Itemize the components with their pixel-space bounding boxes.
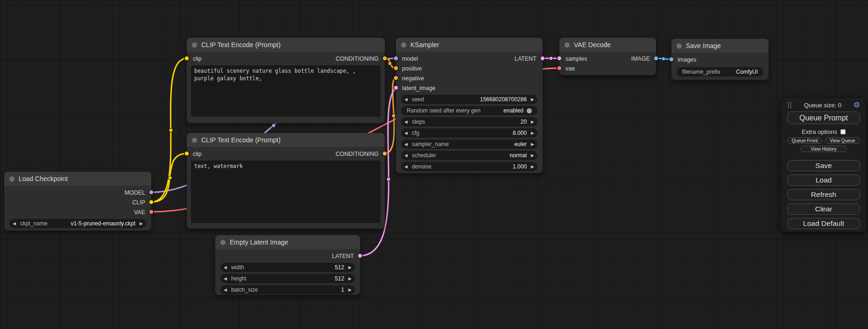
node-clip-text-encode-negative[interactable]: CLIP Text Encode (Prompt) clip CONDITION… <box>187 133 385 229</box>
node-title-bar[interactable]: VAE Decode <box>559 38 656 52</box>
node-title-bar[interactable]: CLIP Text Encode (Prompt) <box>187 133 385 147</box>
collapse-dot[interactable] <box>677 43 682 49</box>
widget-label: cfg <box>412 130 419 136</box>
collapse-dot[interactable] <box>192 42 197 48</box>
slot-row: latent_image <box>396 83 543 93</box>
increment-arrow-icon[interactable]: ▶ <box>531 165 534 169</box>
input-label-positive: positive <box>402 65 422 72</box>
node-title-bar[interactable]: Save Image <box>671 39 769 53</box>
widget-value: v1-5-pruned-emaonly.ckpt <box>71 220 136 227</box>
node-title: VAE Decode <box>574 41 611 49</box>
output-label-conditioning: CONDITIONING <box>336 151 379 157</box>
gear-icon[interactable]: ⚙ <box>854 101 860 109</box>
extra-options-checkbox[interactable] <box>840 129 846 134</box>
extra-options-label: Extra options <box>802 128 837 135</box>
collapse-dot[interactable] <box>401 42 406 48</box>
increment-arrow-icon[interactable]: ▶ <box>140 222 143 226</box>
slot-row: positive <box>396 63 543 73</box>
filename-prefix-widget[interactable]: filename_prefix ComfyUI <box>677 67 763 77</box>
widget-label: width <box>231 264 244 271</box>
output-row-vae: VAE <box>4 207 151 217</box>
load-button[interactable]: Load <box>787 175 860 186</box>
queue-front-button[interactable]: Queue Front <box>787 137 822 144</box>
batch-size-widget[interactable]: ◀ batch_size 1 ▶ <box>220 285 355 294</box>
node-title: CLIP Text Encode (Prompt) <box>201 136 281 144</box>
decrement-arrow-icon[interactable]: ◀ <box>224 277 227 281</box>
increment-arrow-icon[interactable]: ▶ <box>531 154 534 158</box>
node-title-bar[interactable]: CLIP Text Encode (Prompt) <box>187 38 385 52</box>
scheduler-widget[interactable]: ◀ scheduler normal ▶ <box>401 151 537 160</box>
widget-value: euler <box>514 141 527 147</box>
output-row-model: MODEL <box>4 188 151 197</box>
view-queue-button[interactable]: View Queue <box>825 137 860 144</box>
decrement-arrow-icon[interactable]: ◀ <box>224 266 227 270</box>
decrement-arrow-icon[interactable]: ◀ <box>13 222 16 226</box>
refresh-button[interactable]: Refresh <box>787 189 860 200</box>
decrement-arrow-icon[interactable]: ◀ <box>404 165 408 169</box>
height-widget[interactable]: ◀ height 512 ▶ <box>220 274 355 283</box>
node-load-checkpoint[interactable]: Load Checkpoint MODEL CLIP VAE ◀ ckpt_na… <box>4 172 151 231</box>
denoise-widget[interactable]: ◀ denoise 1.000 ▶ <box>401 162 537 171</box>
widget-label: sampler_name <box>412 141 449 147</box>
decrement-arrow-icon[interactable]: ◀ <box>404 142 408 147</box>
view-history-button[interactable]: View History <box>800 146 847 152</box>
node-save-image[interactable]: Save Image images filename_prefix ComfyU… <box>671 39 769 80</box>
clear-button[interactable]: Clear <box>787 203 860 215</box>
node-empty-latent-image[interactable]: Empty Latent Image LATENT ◀ width 512 ▶ … <box>215 235 360 295</box>
node-title: KSampler <box>410 41 439 49</box>
widget-label: height <box>231 275 247 282</box>
save-button[interactable]: Save <box>787 160 860 171</box>
steps-widget[interactable]: ◀ steps 20 ▶ <box>401 117 537 126</box>
collapse-dot[interactable] <box>220 240 226 245</box>
increment-arrow-icon[interactable]: ▶ <box>531 120 534 124</box>
decrement-arrow-icon[interactable]: ◀ <box>404 120 408 124</box>
decrement-arrow-icon[interactable]: ◀ <box>404 98 408 102</box>
collapse-dot[interactable] <box>9 176 14 182</box>
toggle-label: Random seed after every gen <box>407 107 480 114</box>
ckpt-name-widget[interactable]: ◀ ckpt_name v1-5-pruned-emaonly.ckpt ▶ <box>9 219 146 228</box>
decrement-arrow-icon[interactable]: ◀ <box>224 288 227 292</box>
slot-row: images <box>671 55 769 64</box>
increment-arrow-icon[interactable]: ▶ <box>348 266 352 270</box>
increment-arrow-icon[interactable]: ▶ <box>531 142 534 147</box>
input-label-latent-image: latent_image <box>402 85 436 91</box>
widget-label: ckpt_name <box>20 220 48 227</box>
cfg-widget[interactable]: ◀ cfg 8.000 ▶ <box>401 128 537 138</box>
output-label-model: MODEL <box>125 189 145 196</box>
widget-value: 156680208700286 <box>480 96 527 103</box>
node-title-bar[interactable]: Load Checkpoint <box>4 172 151 186</box>
load-default-button[interactable]: Load Default <box>787 218 860 229</box>
sampler-name-widget[interactable]: ◀ sampler_name euler ▶ <box>401 140 537 149</box>
widget-label: scheduler <box>412 152 436 159</box>
node-ksampler[interactable]: KSampler model LATENT positive negative … <box>396 38 543 173</box>
widget-label: filename_prefix <box>682 69 720 75</box>
decrement-arrow-icon[interactable]: ◀ <box>404 154 408 158</box>
increment-arrow-icon[interactable]: ▶ <box>348 288 352 292</box>
width-widget[interactable]: ◀ width 512 ▶ <box>220 263 355 272</box>
increment-arrow-icon[interactable]: ▶ <box>531 131 534 135</box>
slot-row: negative <box>396 73 543 83</box>
collapse-dot[interactable] <box>192 138 197 143</box>
node-vae-decode[interactable]: VAE Decode samples IMAGE vae <box>559 38 656 75</box>
widget-label: seed <box>412 96 424 103</box>
seed-widget[interactable]: ◀ seed 156680208700286 ▶ <box>401 95 537 104</box>
decrement-arrow-icon[interactable]: ◀ <box>404 131 408 135</box>
prompt-textarea[interactable]: beautiful scenery nature glass bottle la… <box>191 65 381 117</box>
slot-row: samples IMAGE <box>559 54 656 63</box>
queue-size-label: Queue size: 0 <box>792 102 854 109</box>
increment-arrow-icon[interactable]: ▶ <box>531 98 534 102</box>
queue-prompt-button[interactable]: Queue Prompt <box>787 112 860 124</box>
random-seed-toggle[interactable]: Random seed after every gen enabled <box>401 106 537 115</box>
input-label-model: model <box>402 56 418 62</box>
increment-arrow-icon[interactable]: ▶ <box>348 277 352 281</box>
wire-image <box>656 58 671 59</box>
node-title-bar[interactable]: KSampler <box>396 38 543 52</box>
node-title-bar[interactable]: Empty Latent Image <box>215 235 360 249</box>
toggle-indicator[interactable] <box>527 108 532 113</box>
graph-canvas[interactable]: Load Checkpoint MODEL CLIP VAE ◀ ckpt_na… <box>0 0 868 329</box>
drag-handle-icon[interactable] <box>787 102 792 108</box>
prompt-textarea[interactable]: text, watermark <box>191 161 381 223</box>
collapse-dot[interactable] <box>565 42 570 48</box>
node-clip-text-encode-positive[interactable]: CLIP Text Encode (Prompt) clip CONDITION… <box>187 38 385 123</box>
output-row-latent: LATENT <box>215 251 360 261</box>
